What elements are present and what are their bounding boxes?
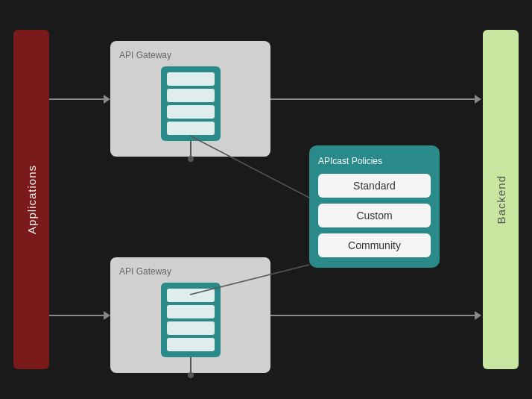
policy-stack-bottom — [161, 283, 221, 357]
applications-label: Applications — [25, 165, 38, 234]
apicast-policies-box: APIcast Policies Standard Custom Communi… — [309, 145, 440, 268]
backend-bar: Backend — [483, 30, 519, 369]
applications-bar: Applications — [13, 30, 49, 369]
apicast-policies-title: APIcast Policies — [318, 156, 431, 166]
stack-dot-top — [188, 156, 194, 162]
policy-button-community[interactable]: Community — [318, 233, 431, 257]
api-gateway-bottom: API Gateway — [110, 257, 270, 373]
gateway-top-label: API Gateway — [119, 50, 262, 60]
arrow-right-bottom — [270, 311, 481, 320]
arrow-line — [49, 98, 104, 100]
policy-row-3 — [167, 105, 215, 119]
policy-button-custom[interactable]: Custom — [318, 204, 431, 227]
arrow-head-3 — [475, 95, 481, 104]
arrow-head — [104, 95, 110, 104]
policy-button-standard[interactable]: Standard — [318, 174, 431, 198]
gateway-bottom-label: API Gateway — [119, 266, 262, 277]
policy-row-4 — [167, 122, 215, 135]
arrow-head-4 — [475, 311, 481, 320]
arrow-head-2 — [104, 311, 110, 320]
arrow-line-3 — [270, 98, 475, 100]
stack-dot-bottom — [188, 372, 194, 378]
policy-row-b2 — [167, 305, 215, 318]
api-gateway-top: API Gateway — [110, 41, 270, 157]
backend-label: Backend — [495, 175, 507, 224]
stack-connector-bottom — [190, 357, 191, 372]
policy-row-b4 — [167, 338, 215, 351]
arrow-line-2 — [49, 315, 104, 316]
policy-stack-top — [161, 66, 221, 141]
stack-connector-top — [190, 141, 191, 156]
arrow-left-top — [49, 95, 110, 104]
arrow-left-bottom — [49, 311, 110, 320]
policy-row-b1 — [167, 289, 215, 302]
diagram-container: Applications Backend API Gateway — [0, 0, 532, 399]
policy-row-2 — [167, 89, 215, 102]
arrow-right-top — [270, 95, 481, 104]
arrow-line-4 — [270, 315, 475, 316]
policy-row-b3 — [167, 321, 215, 335]
policy-row-1 — [167, 72, 215, 86]
